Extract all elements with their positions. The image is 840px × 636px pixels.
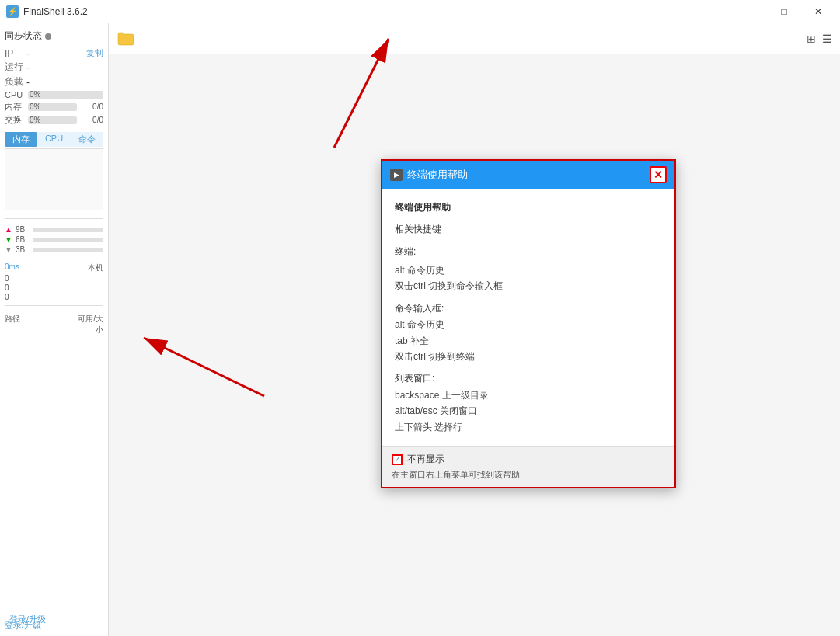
cmd-item-0: alt 命令历史 — [395, 317, 662, 332]
close-button[interactable]: ✕ — [803, 4, 834, 19]
content-area: ⊞ ☰ ▶ 终端使用帮助 ✕ 终端使用帮助 相关快捷键 — [109, 23, 840, 636]
terminal-item-1: 双击ctrl 切换到命令输入框 — [395, 278, 662, 294]
tab-command[interactable]: 命令 — [71, 132, 103, 147]
svg-line-2 — [144, 338, 264, 396]
expand-icon: ▼ — [5, 245, 12, 254]
help-dialog: ▶ 终端使用帮助 ✕ 终端使用帮助 相关快捷键 终端: alt 命令历史 双击c… — [381, 159, 676, 488]
net-3b-label: 3B — [16, 245, 33, 254]
swap-progress-bar: 0% — [28, 116, 77, 124]
ip-row: IP - 复制 — [5, 47, 103, 59]
list-item-2: 上下箭头 选择行 — [395, 419, 662, 435]
cpu-bar-row: CPU 0% — [5, 90, 103, 99]
run-label: 运行 — [5, 61, 26, 74]
run-value: - — [26, 62, 30, 73]
maximize-button[interactable]: □ — [769, 4, 800, 19]
cmd-section-title: 命令输入框: — [395, 301, 662, 318]
dialog-heading2: 相关快捷键 — [395, 221, 662, 238]
cpu-percent: 0% — [30, 91, 40, 99]
latency-value: 0ms — [5, 262, 19, 273]
minimize-button[interactable]: ─ — [734, 4, 765, 19]
packet-row-1: 0 — [5, 274, 103, 283]
file-section: 路径 可用/大小 — [5, 314, 103, 335]
load-label: 负载 — [5, 75, 26, 89]
sidebar-tabs: 内存 CPU 命令 — [5, 132, 103, 147]
packet-row-2: 0 — [5, 283, 103, 292]
run-row: 运行 - — [5, 61, 103, 74]
dialog-title: 终端使用帮助 — [407, 168, 468, 182]
dialog-close-button[interactable]: ✕ — [650, 166, 667, 183]
list-item-1: alt/tab/esc 关闭窗口 — [395, 403, 662, 419]
chart-area — [5, 148, 103, 210]
dialog-heading1: 终端使用帮助 — [395, 200, 662, 217]
copy-button[interactable]: 复制 — [86, 47, 103, 59]
upload-icon: ▲ — [5, 225, 12, 234]
swap-label: 交换 — [5, 114, 25, 126]
tab-cpu[interactable]: CPU — [37, 132, 70, 147]
file-path-label: 路径 — [5, 314, 69, 335]
terminal-section-title: 终端: — [395, 244, 662, 261]
swap-ratio: 0/0 — [80, 116, 103, 124]
no-show-row: ✓ 不再显示 — [392, 453, 665, 466]
mem-ratio: 0/0 — [80, 103, 103, 111]
footer-note: 在主窗口右上角菜单可找到该帮助 — [392, 469, 665, 481]
cpu-label: CPU — [5, 90, 25, 99]
dialog-header-left: ▶ 终端使用帮助 — [390, 168, 468, 182]
net-bar-fill-3b — [33, 248, 103, 252]
login-upgrade-label[interactable]: 登录/升级 — [5, 620, 41, 630]
cmd-item-2: 双击ctrl 切换到终端 — [395, 349, 662, 364]
title-bar: ⚡ FinalShell 3.6.2 ─ □ ✕ — [0, 0, 840, 23]
net-bars: 9B 6B 3B — [16, 225, 103, 255]
file-size-label: 可用/大小 — [72, 314, 103, 335]
swap-bar-row: 交换 0% 0/0 — [5, 114, 103, 126]
ip-label: IP — [5, 48, 26, 59]
modal-overlay: ▶ 终端使用帮助 ✕ 终端使用帮助 相关快捷键 终端: alt 命令历史 双击c… — [109, 23, 840, 636]
no-show-checkbox[interactable]: ✓ — [392, 454, 403, 465]
mem-percent: 0% — [30, 103, 40, 111]
load-value: - — [26, 77, 30, 88]
sidebar: 同步状态 IP - 复制 运行 - 负载 - CPU 0% — [0, 23, 109, 636]
sync-label: 同步状态 — [5, 30, 42, 43]
net-bar-fill-6b — [33, 238, 103, 242]
file-header: 路径 可用/大小 — [5, 314, 103, 335]
net-bar-3b: 3B — [16, 245, 103, 254]
net-bar-6b: 6B — [16, 235, 103, 244]
dialog-body: 终端使用帮助 相关快捷键 终端: alt 命令历史 双击ctrl 切换到命令输入… — [382, 189, 674, 446]
swap-percent: 0% — [30, 116, 40, 124]
svg-line-1 — [334, 39, 389, 148]
packet-row-3: 0 — [5, 293, 103, 301]
load-row: 负载 - — [5, 75, 103, 89]
mem-bar-row: 内存 0% 0/0 — [5, 101, 103, 113]
no-show-label: 不再显示 — [407, 453, 444, 466]
sync-dot — [45, 33, 51, 40]
dialog-header: ▶ 终端使用帮助 ✕ — [382, 161, 674, 189]
network-section: ▲ ▼ ▼ 9B 6B 3B — [5, 225, 103, 302]
mem-progress-bar: 0% — [28, 103, 77, 111]
latency-row: 0ms 本机 — [5, 262, 103, 273]
app-icon: ⚡ — [6, 5, 19, 18]
sync-status: 同步状态 — [5, 30, 103, 43]
net-9b-label: 9B — [16, 225, 33, 234]
download-icon: ▼ — [5, 235, 12, 244]
net-arrows: ▲ ▼ ▼ — [5, 225, 12, 254]
list-section-title: 列表窗口: — [395, 370, 662, 388]
main-layout: 同步状态 IP - 复制 运行 - 负载 - CPU 0% — [0, 23, 840, 636]
latency-note: 本机 — [88, 262, 103, 273]
window-controls: ─ □ ✕ — [734, 4, 834, 19]
list-item-0: backspace 上一级目录 — [395, 388, 662, 403]
terminal-icon: ▶ — [390, 169, 403, 181]
app-title: FinalShell 3.6.2 — [23, 6, 88, 17]
ip-value: - — [26, 48, 30, 59]
bottom-login[interactable]: 登录/升级 — [5, 620, 41, 631]
mem-label: 内存 — [5, 101, 25, 113]
title-bar-left: ⚡ FinalShell 3.6.2 — [6, 5, 88, 18]
terminal-item-0: alt 命令历史 — [395, 262, 662, 278]
net-bar-9b: 9B — [16, 225, 103, 234]
cpu-progress-bar: 0% — [28, 91, 103, 99]
net-6b-label: 6B — [16, 235, 33, 244]
net-bar-fill-9b — [33, 228, 103, 232]
cmd-item-1: tab 补全 — [395, 333, 662, 349]
tab-memory[interactable]: 内存 — [5, 132, 37, 147]
dialog-footer: ✓ 不再显示 在主窗口右上角菜单可找到该帮助 — [382, 446, 674, 487]
